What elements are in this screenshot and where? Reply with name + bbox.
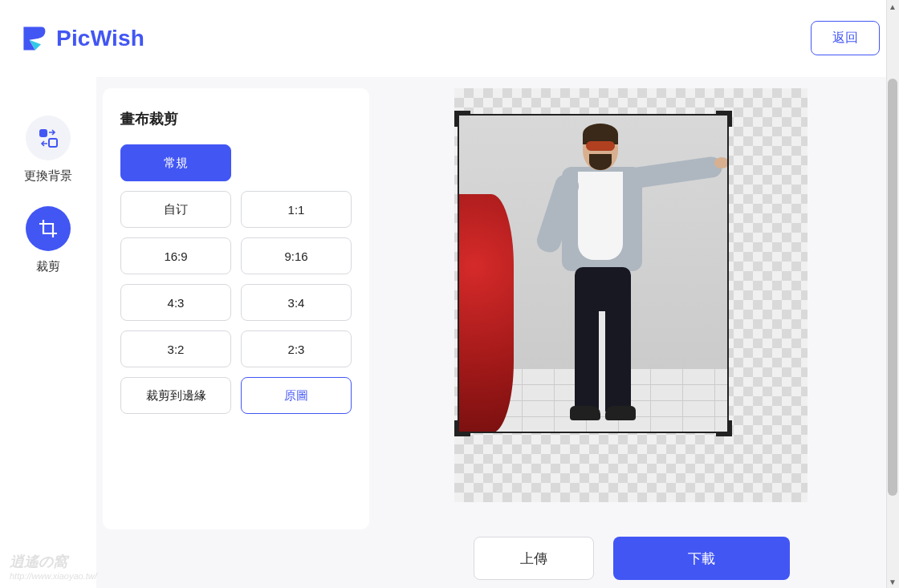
canvas-checker[interactable]: [454, 88, 807, 502]
workspace: 畫布裁剪 常規 自订 1:1 16:9 9:16 4:3 3:4 3:2 2:3…: [96, 77, 886, 588]
crop-frame[interactable]: [458, 114, 729, 433]
opt-regular[interactable]: 常規: [120, 144, 231, 181]
opt-custom[interactable]: 自订: [120, 191, 231, 228]
opt-original[interactable]: 原圖: [241, 377, 352, 414]
crop-options-panel: 畫布裁剪 常規 自订 1:1 16:9 9:16 4:3 3:4 3:2 2:3…: [103, 88, 369, 529]
opt-2-3[interactable]: 2:3: [241, 330, 352, 367]
canvas-area: [369, 88, 886, 588]
bottom-actions: 上傳 下載: [474, 537, 790, 580]
opt-trim-edges[interactable]: 裁剪到邊緣: [120, 377, 231, 414]
opt-16-9[interactable]: 16:9: [120, 237, 231, 274]
download-button[interactable]: 下載: [613, 537, 790, 580]
crop-handle-tl[interactable]: [454, 111, 470, 127]
left-rail: 更換背景 裁剪: [0, 77, 96, 588]
scroll-up-icon[interactable]: ▲: [886, 0, 899, 13]
crop-handle-tr[interactable]: [716, 111, 732, 127]
back-button[interactable]: 返回: [811, 21, 880, 55]
svg-rect-0: [39, 129, 47, 137]
scroll-down-icon[interactable]: ▼: [886, 575, 899, 588]
logo[interactable]: PicWish: [19, 24, 144, 53]
rail-label: 更換背景: [24, 168, 72, 184]
opt-3-4[interactable]: 3:4: [241, 284, 352, 321]
svg-rect-1: [49, 139, 57, 147]
opt-1-1[interactable]: 1:1: [241, 191, 352, 228]
upload-button[interactable]: 上傳: [474, 537, 594, 580]
rail-label: 裁剪: [36, 259, 60, 274]
picwish-logo-icon: [19, 24, 48, 53]
crop-handle-bl[interactable]: [454, 420, 470, 436]
vertical-scrollbar[interactable]: ▲ ▼: [886, 0, 899, 588]
rail-crop[interactable]: 裁剪: [26, 206, 71, 274]
panel-title: 畫布裁剪: [120, 109, 352, 128]
crop-icon: [26, 206, 71, 251]
crop-handle-br[interactable]: [716, 420, 732, 436]
opt-4-3[interactable]: 4:3: [120, 284, 231, 321]
scroll-thumb[interactable]: [888, 79, 897, 496]
logo-text: PicWish: [56, 26, 144, 51]
change-background-icon: [26, 116, 71, 160]
rail-change-background[interactable]: 更換背景: [24, 116, 72, 184]
header: PicWish 返回: [0, 0, 899, 77]
opt-9-16[interactable]: 9:16: [241, 237, 352, 274]
opt-3-2[interactable]: 3:2: [120, 330, 231, 367]
